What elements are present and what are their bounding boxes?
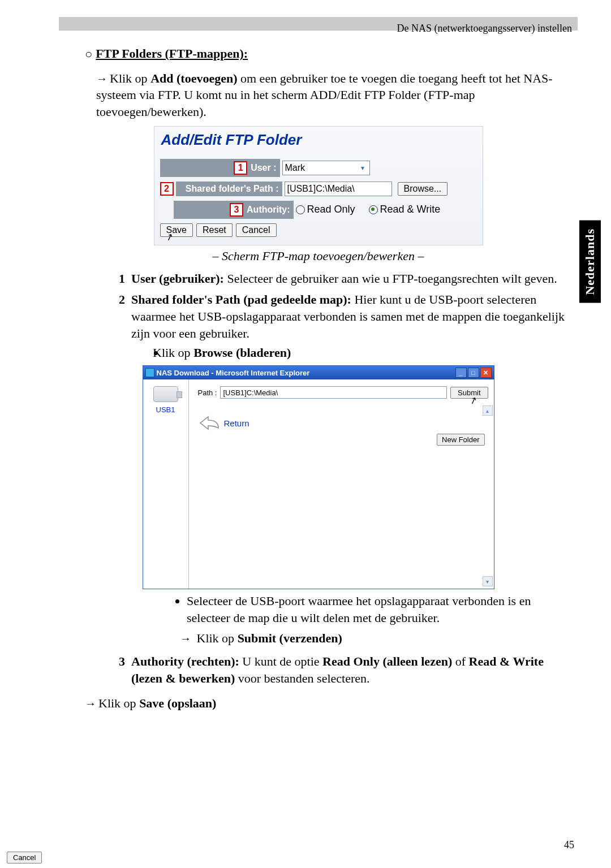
close-icon[interactable]: ✕ [480,368,492,378]
num-1: 1 [119,271,125,286]
item2-sub-bold: Browse (bladeren) [193,346,291,360]
figure-caption: – Scherm FTP-map toevoegen/bewerken – [62,249,574,264]
ie-app-icon [145,368,154,377]
radio-read-write[interactable] [369,205,378,214]
item1-text: Selecteer de gebruiker aan wie u FTP-toe… [224,271,557,286]
ie-titlebar: NAS Download - Microsoft Internet Explor… [143,366,494,379]
final-arrow-prefix: Klik op [98,696,139,710]
ftp-dialog: Add/Edit FTP Folder 1 User : Mark ▾ 2 Sh… [154,126,483,245]
ie-path-label: Path : [198,388,217,397]
marker-2: 2 [160,182,174,196]
item2-sub: Klik op Browse (bladeren) [165,344,574,361]
after-ie-bullet1: Selecteer de USB-poort waarmee het opsla… [187,593,574,626]
language-tab: Nederlands [579,221,601,303]
ie-return-link[interactable]: Return [224,418,249,428]
radio-read-only[interactable] [296,205,305,214]
usb-label[interactable]: USB1 [143,405,188,414]
item1-label: User (gebruiker): [131,271,224,286]
user-select[interactable]: Mark ▾ [282,161,370,175]
num-2: 2 [119,292,125,306]
label-read-write: Read & Write [380,204,441,215]
path-input[interactable] [285,182,392,196]
ie-newfolder-button[interactable]: New Folder [437,434,484,446]
arrow-bullet-2 [180,631,193,645]
section-bullet [85,46,96,61]
minimize-icon[interactable]: _ [455,368,467,378]
item2-sub-prefix: Klik op [153,346,193,360]
label-read-only: Read Only [307,204,355,215]
label-path: Shared folder's Path : [186,184,279,194]
ie-main: Path : Submit ▴ Return New Folder ▾ [189,379,494,589]
intro-prefix: Klik op [110,71,150,85]
ie-window: NAS Download - Microsoft Internet Explor… [143,365,494,589]
save-button[interactable]: Save [160,223,193,237]
after-ie-arrow-prefix: Klik op [197,631,238,645]
ie-cancel-button[interactable]: Cancel [7,852,42,863]
scroll-up-icon[interactable]: ▴ [483,405,493,416]
item3-label: Authority (rechten): [131,654,239,668]
chevron-down-icon: ▾ [358,163,367,172]
item3-text1: U kunt de optie [239,654,322,668]
item2-label: Shared folder's Path (pad gedeelde map): [131,292,351,306]
ftp-dialog-title: Add/Edit FTP Folder [154,127,483,157]
arrow-bullet [96,71,110,85]
maximize-icon[interactable]: □ [468,368,479,378]
usb-drive-icon[interactable] [153,386,178,402]
item3-text2: voor bestanden selecteren. [235,671,369,685]
scroll-down-icon[interactable]: ▾ [483,576,493,586]
arrow-bullet-3 [85,696,98,710]
item3-bold1: Read Only (alleen lezen) [322,654,452,668]
reset-button[interactable]: Reset [196,223,233,237]
cancel-button[interactable]: Cancel [236,223,277,237]
ie-path-input[interactable] [220,386,447,399]
header-title: De NAS (netwerktoegangsserver) instellen [62,21,574,35]
page-number: 45 [564,839,574,851]
item3-mid: of [452,654,468,668]
label-user: User : [251,163,276,173]
marker-1: 1 [234,161,247,175]
label-authority: Authority: [247,205,290,215]
ie-submit-button[interactable]: Submit [450,387,488,399]
final-arrow-bold: Save (opslaan) [139,696,216,710]
user-select-value: Mark [285,163,306,173]
ie-title: NAS Download - Microsoft Internet Explor… [157,369,310,377]
num-3: 3 [119,654,125,668]
return-arrow-icon[interactable] [198,414,221,431]
browse-button[interactable]: Browse... [398,182,448,196]
section-title: FTP Folders (FTP-mappen): [96,46,248,61]
marker-3: 3 [230,203,243,217]
intro-add-bold: Add (toevoegen) [150,71,237,85]
after-ie-arrow-bold: Submit (verzenden) [238,631,342,645]
ie-sidebar: USB1 Cancel [143,379,189,589]
